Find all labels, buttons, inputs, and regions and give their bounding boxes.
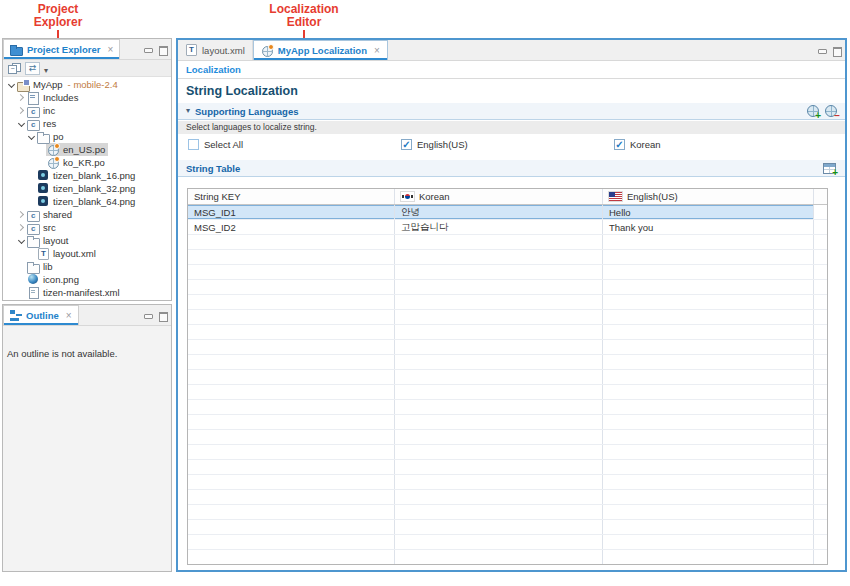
column-header-korean[interactable]: Korean — [395, 189, 603, 204]
empty-table-row[interactable] — [188, 490, 827, 505]
empty-cell[interactable] — [603, 355, 814, 369]
minimize-icon[interactable] — [143, 45, 152, 54]
string-cell-extra[interactable] — [814, 205, 827, 219]
empty-cell[interactable] — [814, 535, 827, 549]
empty-table-row[interactable] — [188, 505, 827, 520]
empty-cell[interactable] — [395, 295, 603, 309]
empty-table-row[interactable] — [188, 250, 827, 265]
breadcrumb-localization[interactable]: Localization — [186, 64, 241, 75]
empty-cell[interactable] — [603, 475, 814, 489]
empty-cell[interactable] — [603, 310, 814, 324]
empty-cell[interactable] — [188, 385, 395, 399]
close-icon[interactable]: × — [107, 44, 113, 55]
minimize-icon[interactable] — [143, 311, 152, 320]
empty-cell[interactable] — [395, 415, 603, 429]
string-cell[interactable]: MSG_ID1 — [188, 205, 395, 219]
empty-cell[interactable] — [814, 505, 827, 519]
empty-cell[interactable] — [188, 280, 395, 294]
tree-item-tizen_blank_32.png[interactable]: tizen_blank_32.png — [3, 182, 171, 195]
empty-cell[interactable] — [188, 355, 395, 369]
empty-cell[interactable] — [603, 520, 814, 534]
empty-cell[interactable] — [188, 520, 395, 534]
minimize-icon[interactable] — [817, 46, 826, 55]
empty-cell[interactable] — [814, 265, 827, 279]
empty-cell[interactable] — [603, 250, 814, 264]
empty-cell[interactable] — [603, 490, 814, 504]
empty-cell[interactable] — [188, 415, 395, 429]
tab-outline[interactable]: Outline × — [3, 305, 79, 325]
empty-cell[interactable] — [603, 265, 814, 279]
tree-item-tizen_blank_16.png[interactable]: tizen_blank_16.png — [3, 169, 171, 182]
empty-table-row[interactable] — [188, 385, 827, 400]
empty-table-row[interactable] — [188, 445, 827, 460]
tree-item-tizen_blank_64.png[interactable]: tizen_blank_64.png — [3, 195, 171, 208]
empty-cell[interactable] — [603, 370, 814, 384]
empty-cell[interactable] — [395, 505, 603, 519]
empty-table-row[interactable] — [188, 535, 827, 550]
unchecked-checkbox-icon[interactable] — [188, 139, 199, 150]
empty-cell[interactable] — [603, 460, 814, 474]
view-menu-icon[interactable] — [44, 59, 48, 77]
empty-cell[interactable] — [188, 550, 395, 564]
empty-cell[interactable] — [814, 550, 827, 564]
empty-cell[interactable] — [188, 310, 395, 324]
empty-cell[interactable] — [603, 385, 814, 399]
empty-table-row[interactable] — [188, 475, 827, 490]
empty-cell[interactable] — [395, 475, 603, 489]
empty-table-row[interactable] — [188, 340, 827, 355]
empty-cell[interactable] — [188, 445, 395, 459]
empty-cell[interactable] — [814, 235, 827, 249]
section-collapse-icon[interactable]: ▾ — [186, 107, 195, 115]
empty-cell[interactable] — [814, 415, 827, 429]
add-language-icon[interactable] — [807, 105, 819, 117]
close-icon[interactable]: × — [374, 45, 380, 56]
empty-cell[interactable] — [814, 445, 827, 459]
chevron-down-icon[interactable] — [27, 132, 36, 141]
close-icon[interactable]: × — [66, 310, 72, 321]
empty-table-row[interactable] — [188, 280, 827, 295]
empty-cell[interactable] — [603, 325, 814, 339]
empty-table-row[interactable] — [188, 460, 827, 475]
empty-cell[interactable] — [603, 505, 814, 519]
empty-table-row[interactable] — [188, 295, 827, 310]
editor-tab-myapp-localization[interactable]: MyApp Localization× — [253, 40, 388, 60]
tree-item-layout[interactable]: layout — [3, 234, 171, 247]
empty-cell[interactable] — [603, 280, 814, 294]
tree-item-icon.png[interactable]: icon.png — [3, 273, 171, 286]
tree-item-layout.xml[interactable]: layout.xml — [3, 247, 171, 260]
chevron-right-icon[interactable] — [17, 106, 26, 115]
empty-cell[interactable] — [814, 400, 827, 414]
empty-cell[interactable] — [395, 310, 603, 324]
empty-cell[interactable] — [395, 340, 603, 354]
chevron-down-icon[interactable] — [7, 80, 16, 89]
empty-cell[interactable] — [395, 385, 603, 399]
empty-cell[interactable] — [395, 280, 603, 294]
checked-checkbox-icon[interactable] — [614, 139, 625, 150]
empty-cell[interactable] — [603, 445, 814, 459]
empty-cell[interactable] — [188, 400, 395, 414]
tree-item-po[interactable]: po — [3, 130, 171, 143]
empty-cell[interactable] — [188, 325, 395, 339]
string-cell[interactable]: 고맙습니다 — [395, 220, 603, 234]
maximize-icon[interactable] — [158, 311, 167, 320]
empty-cell[interactable] — [814, 280, 827, 294]
add-string-key-icon[interactable] — [823, 162, 837, 174]
empty-table-row[interactable] — [188, 310, 827, 325]
empty-cell[interactable] — [603, 295, 814, 309]
empty-cell[interactable] — [188, 250, 395, 264]
checkbox-select-all[interactable]: Select All — [188, 139, 243, 150]
empty-table-row[interactable] — [188, 265, 827, 280]
chevron-right-icon[interactable] — [17, 223, 26, 232]
tree-item-shared[interactable]: shared — [3, 208, 171, 221]
empty-cell[interactable] — [395, 325, 603, 339]
empty-cell[interactable] — [188, 370, 395, 384]
empty-cell[interactable] — [188, 295, 395, 309]
empty-cell[interactable] — [395, 460, 603, 474]
tree-item-res[interactable]: res — [3, 117, 171, 130]
string-cell[interactable]: Hello — [603, 205, 814, 219]
empty-cell[interactable] — [395, 550, 603, 564]
editor-tab-layout.xml[interactable]: layout.xml — [178, 40, 253, 60]
empty-table-row[interactable] — [188, 400, 827, 415]
empty-cell[interactable] — [395, 445, 603, 459]
checkbox-english(us)[interactable]: English(US) — [401, 139, 468, 150]
